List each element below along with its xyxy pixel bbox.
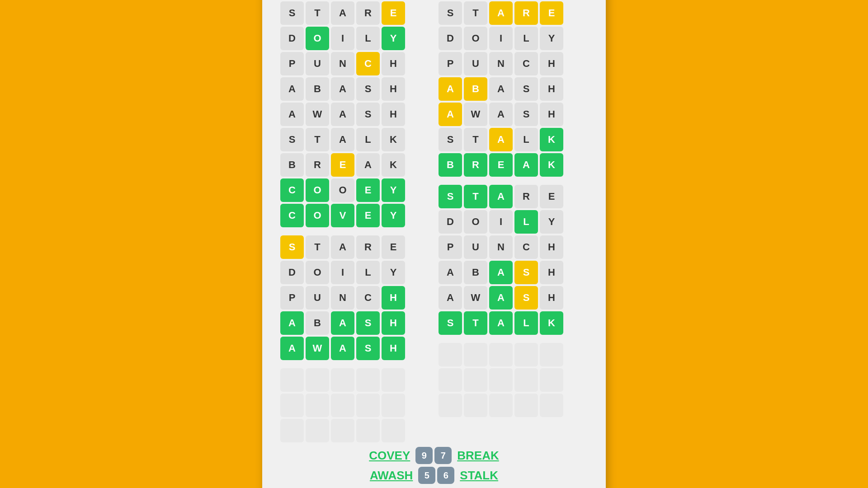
grid-row: STARE [280,235,429,259]
cell [382,419,405,442]
cell-n: N [489,52,513,75]
cell-c: C [356,286,380,310]
cell-a: A [489,261,513,284]
cell-a: A [280,77,304,101]
cell-r: R [306,153,329,177]
cell-o: O [306,178,329,202]
cell-w: W [306,337,329,360]
cell-c: C [514,52,538,75]
cell-h: H [382,52,405,75]
cell [306,419,329,442]
cell-a: A [331,103,354,126]
main-panel: STAREDOILYPUNCHABASHAWASHSTALKBREAKCOOEY… [262,0,606,488]
cell-h: H [540,103,563,126]
cell [280,419,304,442]
cell [464,343,487,366]
cell-l: L [514,311,538,335]
cell [439,394,462,417]
cell-i: I [331,27,354,50]
cell-r: R [356,1,380,25]
word-covey[interactable]: COVEY [369,449,410,463]
grid-row: DOILY [439,210,588,234]
cell-p: P [280,286,304,310]
grid-row: STALK [280,128,429,151]
cell-s: S [356,311,380,335]
cell-y: Y [382,178,405,202]
footer: COVEY 9 7 BREAK AWASH 5 6 STALK [280,447,588,484]
word-break[interactable]: BREAK [457,449,499,463]
right-column: STAREDOILYPUNCHABASHAWASHSTALKBREAK STAR… [439,1,588,442]
cell-o: O [306,27,329,50]
cell [356,368,380,392]
cell-i: I [489,210,513,234]
cell-p: P [439,235,462,259]
cell-h: H [382,286,405,310]
cell-t: T [464,128,487,151]
cell-w: W [464,286,487,310]
cell-p: P [280,52,304,75]
bottom-left-grid: STAREDOILYPUNCHABASHAWASH [280,235,429,360]
cell-s: S [280,128,304,151]
bottom-right-grid: STAREDOILYPUNCHABASHAWASHSTALK [439,185,588,335]
cell-a: A [439,77,462,101]
cell-w: W [306,103,329,126]
cell-s: S [280,1,304,25]
cell-t: T [306,128,329,151]
word-stalk[interactable]: STALK [460,469,498,483]
cell [306,394,329,417]
cell [356,394,380,417]
cell-h: H [382,311,405,335]
cell-s: S [514,261,538,284]
cell-t: T [306,1,329,25]
cell-a: A [439,103,462,126]
cell-s: S [439,311,462,335]
cell-c: C [280,178,304,202]
badge-7: 7 [434,447,452,464]
word-awash[interactable]: AWASH [370,469,413,483]
cell-k: K [382,128,405,151]
cell-s: S [514,103,538,126]
grid-row: STALK [439,311,588,335]
cell-k: K [540,128,563,151]
cell-h: H [540,77,563,101]
cell-s: S [439,1,462,25]
cell-c: C [514,235,538,259]
cell-o: O [306,204,329,227]
cell-k: K [540,153,563,177]
empty-row [439,394,588,417]
grid-row: AWASH [280,103,429,126]
badge-6: 6 [437,467,454,484]
grid-row: AWASH [439,286,588,310]
cell [331,368,354,392]
cell-h: H [540,286,563,310]
cell [439,368,462,392]
cell-y: Y [540,27,563,50]
left-column: STAREDOILYPUNCHABASHAWASHSTALKBREAKCOOEY… [280,1,429,442]
cell [464,394,487,417]
cell-a: A [356,153,380,177]
cell-o: O [464,27,487,50]
cell [514,394,538,417]
cell-b: B [439,153,462,177]
grid-row: COVEY [280,204,429,227]
cell-c: C [280,204,304,227]
cell-t: T [464,1,487,25]
grid-row: ABASH [280,311,429,335]
cell-d: D [439,27,462,50]
cell [280,394,304,417]
grid-row: PUNCH [439,235,588,259]
cell-t: T [306,235,329,259]
cell [489,343,513,366]
grid-row: STALK [439,128,588,151]
cell [382,394,405,417]
cell-i: I [489,27,513,50]
grid-row: PUNCH [280,286,429,310]
cell-a: A [331,235,354,259]
badge-9: 9 [415,447,433,464]
cell-l: L [514,27,538,50]
cell-d: D [280,27,304,50]
cell-r: R [514,185,538,208]
cell-k: K [382,153,405,177]
cell-e: E [331,153,354,177]
cell-l: L [356,128,380,151]
